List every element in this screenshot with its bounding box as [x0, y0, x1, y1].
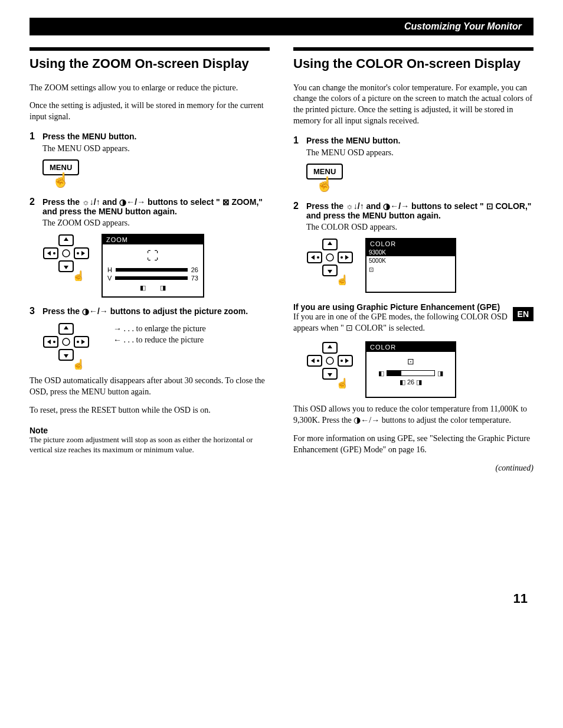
svg-point-6: [63, 250, 70, 257]
v-value: 73: [191, 275, 198, 282]
step-body: The COLOR OSD appears.: [306, 223, 533, 232]
temp-option: ⊡: [366, 265, 455, 274]
svg-text:☝: ☝: [336, 377, 349, 389]
body-text: The OSD automatically disappears after a…: [30, 376, 270, 398]
color-intro: You can change the monitor's color tempe…: [293, 83, 533, 128]
zoom-heading: Using the ZOOM On-screen Display: [30, 56, 270, 72]
osd-title: COLOR: [366, 239, 455, 249]
body-text: This OSD allows you to reduce the color …: [293, 404, 533, 426]
menu-button-illustration: MENU ☝: [306, 164, 533, 191]
gpe-heading: If you are using Graphic Picture Enhance…: [293, 302, 533, 312]
svg-point-18: [317, 256, 319, 259]
page-number: 11: [30, 591, 533, 606]
osd-title: ZOOM: [103, 235, 203, 244]
gpe-osd-box: COLOR ⊡ ◧ ◨ ◧ 26 ◨: [365, 341, 456, 398]
selected-temp: 9300K: [366, 249, 455, 256]
color-osd-box: COLOR 9300K 5000K ⊡: [365, 238, 456, 293]
step-body: The MENU OSD appears.: [306, 148, 533, 158]
heading-rule: [293, 47, 533, 51]
svg-point-26: [317, 360, 319, 362]
step-number: 3: [30, 306, 42, 316]
reduce-definition: ← . . . to reduce the picture: [113, 335, 206, 345]
navigation-pad-illustration: ☝: [42, 234, 90, 281]
svg-point-10: [53, 341, 55, 343]
gpe-value: 26: [407, 378, 414, 386]
svg-text:☝: ☝: [336, 274, 349, 285]
section-header: Customizing Your Monitor: [30, 18, 533, 35]
heading-rule: [30, 47, 270, 51]
hand-icon: ☝: [316, 177, 533, 191]
navigation-pad-illustration: ☝: [42, 322, 90, 370]
svg-point-4: [77, 252, 79, 254]
step-title: Press the MENU button.: [42, 132, 136, 141]
step-number: 1: [30, 131, 42, 142]
enlarge-definition: → . . . to enlarge the picture: [113, 324, 206, 334]
zoom-intro-1: The ZOOM settings allow you to enlarge o…: [30, 83, 270, 94]
menu-button-illustration: MENU ☝: [42, 159, 270, 187]
svg-text:☝: ☝: [72, 358, 86, 370]
step-number: 1: [293, 135, 306, 146]
left-column: Using the ZOOM On-screen Display The ZOO…: [30, 47, 270, 473]
svg-point-22: [326, 254, 333, 261]
color-heading: Using the COLOR On-screen Display: [293, 56, 533, 72]
body-text: For more information on using GPE, see "…: [293, 433, 533, 456]
note-body: The picture zoom adjustment will stop as…: [30, 435, 270, 455]
gpe-icon: ⊡: [371, 357, 450, 366]
navigation-pad-illustration: ☝: [306, 341, 353, 389]
step-title: Press the ☼↓/↑ and ◑←/→ buttons to selec…: [42, 197, 270, 216]
svg-point-20: [341, 256, 343, 259]
zoom-icon: ⛶: [107, 249, 198, 263]
step-body: The MENU OSD appears.: [42, 144, 270, 154]
step-number: 2: [30, 197, 42, 207]
right-column: Using the COLOR On-screen Display You ca…: [293, 47, 533, 473]
step-title: Press the ◑←/→ buttons to adjust the pic…: [42, 306, 248, 316]
svg-point-28: [341, 360, 343, 362]
hand-icon: ☝: [52, 173, 270, 187]
step-title: Press the MENU button.: [306, 136, 400, 145]
temp-option: 5000K: [366, 256, 455, 265]
step-number: 2: [293, 201, 306, 211]
svg-point-30: [326, 357, 333, 364]
svg-point-2: [53, 252, 55, 254]
svg-point-12: [77, 341, 79, 343]
svg-point-14: [63, 338, 70, 345]
v-label: V: [107, 275, 112, 282]
note-heading: Note: [30, 426, 270, 435]
language-tab: EN: [513, 307, 533, 321]
zoom-osd-box: ZOOM ⛶ H 26 V 73 ◧ ◨: [102, 234, 204, 298]
h-value: 26: [191, 266, 198, 273]
svg-text:☝: ☝: [72, 270, 86, 281]
body-text: To reset, press the RESET button while t…: [30, 405, 270, 416]
continued-label: (continued): [293, 463, 533, 473]
step-body: The ZOOM OSD appears.: [42, 218, 270, 228]
osd-title: COLOR: [366, 342, 455, 352]
zoom-intro-2: Once the setting is adjusted, it will be…: [30, 100, 270, 123]
navigation-pad-illustration: ☝: [306, 238, 353, 285]
step-title: Press the ☼↓/↑ and ◑←/→ buttons to selec…: [306, 201, 533, 220]
h-label: H: [107, 266, 112, 273]
gpe-body: If you are in one of the GPE modes, the …: [293, 312, 533, 334]
